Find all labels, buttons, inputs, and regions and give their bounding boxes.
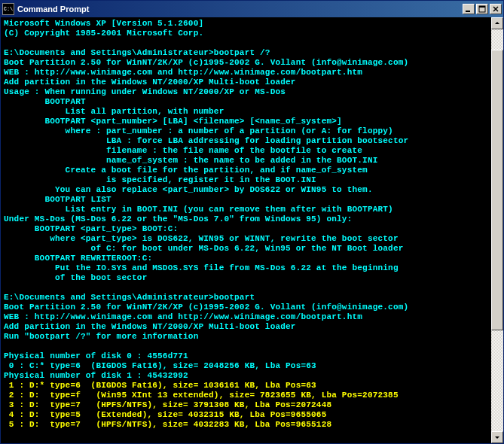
minimize-icon bbox=[465, 5, 472, 13]
scroll-thumb[interactable] bbox=[491, 50, 503, 331]
svg-rect-2 bbox=[479, 6, 485, 8]
svg-marker-5 bbox=[495, 22, 499, 24]
titlebar[interactable]: C:\ Command Prompt bbox=[1, 1, 503, 17]
scroll-track[interactable] bbox=[491, 29, 503, 431]
close-icon bbox=[492, 5, 499, 13]
command-prompt-window: C:\ Command Prompt Microsoft Windows XP … bbox=[0, 0, 504, 444]
svg-rect-0 bbox=[466, 11, 470, 12]
app-icon: C:\ bbox=[2, 3, 14, 15]
minimize-button[interactable] bbox=[463, 4, 475, 14]
chevron-up-icon bbox=[494, 20, 500, 26]
svg-marker-6 bbox=[495, 436, 499, 439]
maximize-icon bbox=[478, 5, 486, 13]
scroll-down-button[interactable] bbox=[491, 431, 503, 443]
vertical-scrollbar[interactable] bbox=[491, 17, 503, 443]
maximize-button[interactable] bbox=[476, 4, 488, 14]
window-controls bbox=[463, 4, 502, 14]
chevron-down-icon bbox=[494, 434, 500, 440]
scroll-up-button[interactable] bbox=[491, 17, 503, 29]
close-button[interactable] bbox=[490, 4, 502, 14]
console-output[interactable]: Microsoft Windows XP [Version 5.1.2600] … bbox=[1, 17, 503, 443]
window-title: Command Prompt bbox=[17, 5, 463, 14]
